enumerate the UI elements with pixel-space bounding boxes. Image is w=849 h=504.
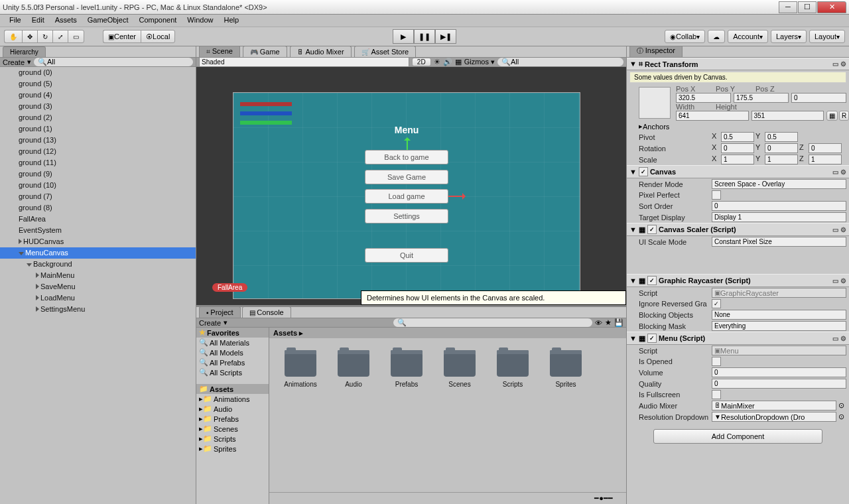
tab-scene[interactable]: ⌗ Scene bbox=[199, 45, 240, 57]
folder-item[interactable]: Animations bbox=[281, 350, 320, 388]
height-field[interactable]: 351 bbox=[751, 111, 824, 121]
hierarchy-item[interactable]: MenuCanvas bbox=[0, 247, 196, 259]
collab-button[interactable]: ◉ Collab ▾ bbox=[665, 30, 705, 43]
menu-save-button[interactable]: Save Game bbox=[365, 170, 448, 184]
scene-viewport[interactable]: Menu Back to game Save Game Load game Se… bbox=[196, 67, 626, 305]
tree-item[interactable]: ▸📁Audio bbox=[196, 404, 269, 414]
menu-component[interactable]: Component bbox=[133, 15, 182, 27]
scale-mode[interactable]: Constant Pixel Size bbox=[712, 237, 846, 247]
posx-field[interactable]: 320.5 bbox=[676, 93, 731, 103]
hierarchy-item[interactable]: ground (9) bbox=[0, 168, 196, 180]
tab-inspector[interactable]: ⓘ Inspector bbox=[629, 46, 683, 57]
menu-load-button[interactable]: Load game bbox=[365, 189, 448, 204]
hierarchy-item[interactable]: ground (1) bbox=[0, 123, 196, 135]
rotate-tool[interactable]: ↻ bbox=[37, 30, 52, 43]
folder-item[interactable]: Prefabs bbox=[387, 350, 426, 388]
canvas-enabled[interactable]: ✓ bbox=[639, 167, 648, 176]
width-field[interactable]: 641 bbox=[676, 111, 749, 121]
scene-search[interactable]: 🔍All bbox=[497, 58, 623, 66]
search-save-icon[interactable]: 💾 bbox=[614, 318, 623, 327]
raycaster-header[interactable]: ▼ ▦✓Graphic Raycaster (Script)▭ ⚙ bbox=[627, 274, 849, 287]
project-tree[interactable]: ★Favorites 🔍All Materials 🔍All Models 🔍A… bbox=[196, 328, 269, 504]
canvas-header[interactable]: ▼✓Canvas▭ ⚙ bbox=[627, 165, 849, 178]
search-star-icon[interactable]: ★ bbox=[605, 318, 612, 327]
canvas-preview[interactable]: Menu Back to game Save Game Load game Se… bbox=[233, 92, 580, 299]
tab-audiomixer[interactable]: 🎚 Audio Mixer bbox=[290, 46, 352, 57]
fallarea-label[interactable]: FallArea bbox=[212, 283, 247, 292]
menu-script-header[interactable]: ▼ ▦✓Menu (Script)▭ ⚙ bbox=[627, 332, 849, 345]
layout-button[interactable]: Layout ▾ bbox=[809, 30, 845, 43]
scale-x[interactable]: 1 bbox=[721, 155, 754, 164]
pivot-x[interactable]: 0.5 bbox=[721, 132, 754, 142]
scaler-header[interactable]: ▼ ▦✓Canvas Scaler (Script)▭ ⚙ bbox=[627, 223, 849, 236]
cloud-button[interactable]: ☁ bbox=[708, 30, 725, 43]
tree-item[interactable]: ▸📁Animations bbox=[196, 394, 269, 404]
target-display[interactable]: Display 1 bbox=[712, 212, 846, 222]
menu-gameobject[interactable]: GameObject bbox=[82, 15, 134, 27]
menu-window[interactable]: Window bbox=[182, 15, 218, 27]
rot-y[interactable]: 0 bbox=[765, 143, 798, 153]
tab-game[interactable]: 🎮 Game bbox=[243, 46, 287, 57]
light-toggle[interactable]: ☀ bbox=[434, 58, 440, 66]
hierarchy-item[interactable]: HUDCanvas bbox=[0, 236, 196, 247]
hierarchy-search[interactable]: 🔍All bbox=[34, 58, 193, 66]
rect-tool[interactable]: ▭ bbox=[68, 30, 84, 43]
hierarchy-item[interactable]: Background bbox=[0, 259, 196, 270]
hand-tool[interactable]: ✋ bbox=[4, 30, 22, 43]
anchor-preset[interactable] bbox=[639, 87, 671, 119]
fx-toggle[interactable]: ▦ bbox=[455, 58, 462, 66]
hierarchy-item[interactable]: ground (4) bbox=[0, 90, 196, 101]
menu-edit[interactable]: Edit bbox=[27, 15, 50, 27]
project-create[interactable]: Create bbox=[199, 319, 221, 327]
hierarchy-item[interactable]: ground (7) bbox=[0, 191, 196, 202]
step-button[interactable]: ▶❚ bbox=[435, 29, 456, 44]
is-opened[interactable] bbox=[712, 357, 721, 366]
hierarchy-item[interactable]: ground (2) bbox=[0, 112, 196, 123]
hierarchy-item[interactable]: ground (5) bbox=[0, 78, 196, 90]
render-mode[interactable]: Screen Space - Overlay bbox=[712, 179, 846, 189]
move-tool[interactable]: ✥ bbox=[22, 30, 37, 43]
hierarchy-item[interactable]: ground (8) bbox=[0, 202, 196, 214]
hierarchy-item[interactable]: ground (11) bbox=[0, 157, 196, 168]
blocking-objects[interactable]: None bbox=[712, 310, 846, 320]
hierarchy-item[interactable]: ground (10) bbox=[0, 180, 196, 191]
thumbnail-slider[interactable]: ━●━━ bbox=[594, 494, 613, 503]
scale-z[interactable]: 1 bbox=[809, 155, 842, 164]
hierarchy-item[interactable]: ground (13) bbox=[0, 135, 196, 146]
audio-mixer-field[interactable]: 🎚MainMixer bbox=[712, 401, 836, 410]
resolution-dropdown-field[interactable]: ▼ResolutionDropdown (Dro bbox=[712, 412, 836, 422]
folder-item[interactable]: Audio bbox=[334, 350, 373, 388]
shading-mode[interactable]: Shaded bbox=[199, 57, 409, 67]
tree-item[interactable]: ▸📁Scenes bbox=[196, 424, 269, 434]
project-search[interactable]: 🔍 bbox=[393, 318, 592, 327]
hierarchy-item[interactable]: SaveMenu bbox=[0, 281, 196, 292]
sort-order[interactable]: 0 bbox=[712, 201, 846, 211]
ignore-reversed[interactable]: ✓ bbox=[712, 299, 721, 308]
account-button[interactable]: Account ▾ bbox=[728, 30, 768, 43]
hierarchy-list[interactable]: ground (0)ground (5)ground (4)ground (3)… bbox=[0, 67, 196, 504]
folder-grid[interactable]: AnimationsAudioPrefabsScenesScriptsSprit… bbox=[269, 338, 626, 492]
blueprint-button[interactable]: ▦ bbox=[826, 111, 838, 121]
project-breadcrumb[interactable]: Assets ▸ bbox=[269, 328, 626, 338]
add-component-button[interactable]: Add Component bbox=[653, 429, 822, 444]
maximize-button[interactable]: ☐ bbox=[798, 1, 816, 13]
tree-item[interactable]: ▸📁Prefabs bbox=[196, 414, 269, 424]
close-button[interactable]: ✕ bbox=[817, 1, 846, 13]
tab-hierarchy[interactable]: Hierarchy bbox=[3, 46, 46, 57]
rot-x[interactable]: 0 bbox=[721, 143, 754, 153]
tree-item[interactable]: ▸📁Scripts bbox=[196, 434, 269, 444]
folder-item[interactable]: Scenes bbox=[440, 350, 479, 388]
minimize-button[interactable]: ─ bbox=[779, 1, 797, 13]
anchors-row[interactable]: ▸ Anchors bbox=[627, 121, 849, 131]
folder-item[interactable]: Sprites bbox=[547, 350, 585, 388]
raw-button[interactable]: R bbox=[839, 111, 849, 121]
menu-quit-button[interactable]: Quit bbox=[365, 248, 448, 263]
gizmos-dropdown[interactable]: Gizmos ▾ bbox=[464, 58, 495, 66]
hierarchy-item[interactable]: SettingsMenu bbox=[0, 304, 196, 315]
search-filter-icon[interactable]: 👁 bbox=[595, 319, 602, 327]
hierarchy-item[interactable]: MainMenu bbox=[0, 270, 196, 281]
hierarchy-item[interactable]: LoadMenu bbox=[0, 292, 196, 304]
layers-button[interactable]: Layers ▾ bbox=[771, 30, 807, 43]
posz-field[interactable]: 0 bbox=[791, 93, 846, 103]
play-button[interactable]: ▶ bbox=[393, 29, 414, 44]
